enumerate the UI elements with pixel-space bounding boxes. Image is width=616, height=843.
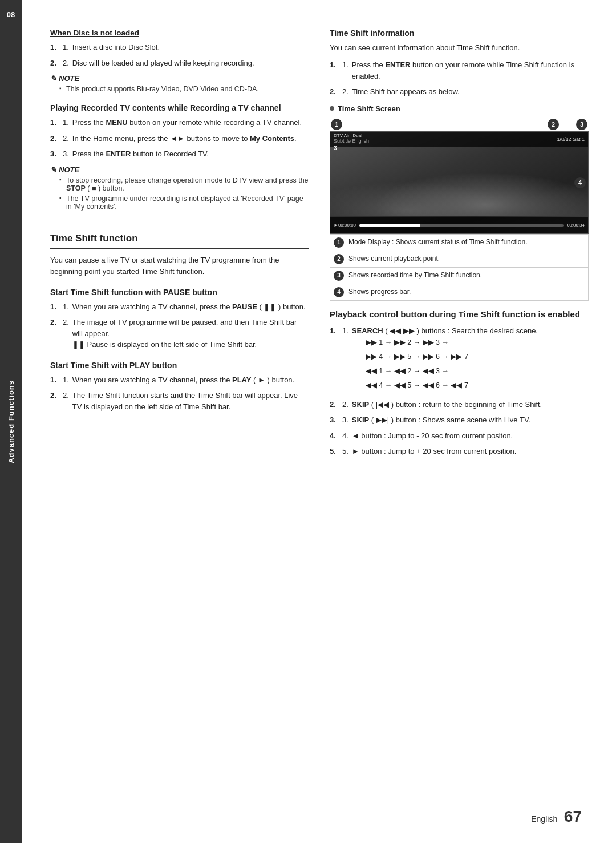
footer-english-label: English (531, 814, 557, 824)
ts-info-row-3: 3 Shows recorded time by Time Shift func… (330, 268, 588, 284)
recorded-steps: 1. Press the MENU button on your remote … (50, 117, 309, 160)
ts-info-step-2: 2. Time Shift bar appears as below. (330, 86, 589, 98)
playback-step-1: 1. SEARCH ( ◀◀ ▶▶ ) buttons : Search the… (330, 325, 589, 394)
disc-note-content: This product supports Blu-ray Video, DVD… (59, 85, 309, 93)
footer-page-number: 67 (564, 808, 582, 825)
playback-step-3: 3. SKIP ( ▶▶| ) button : Shows same scen… (330, 414, 589, 426)
recorded-step-1: 1. Press the MENU button on your remote … (50, 117, 309, 128)
play-step-1: 1. When you are watching a TV channel, p… (50, 374, 309, 386)
note-icon-2: ✎ (50, 166, 56, 174)
timeshift-main-heading: Time Shift function (50, 233, 309, 249)
ts-play-icon: ► (334, 223, 338, 228)
ts-sub-label: Subtitle (334, 138, 351, 144)
ts-info-row-4: 4 Shows progress bar. (330, 284, 588, 300)
ts-screen-container: 1 2 3 NOVA (330, 119, 589, 301)
ts-screen-flowers (330, 159, 588, 216)
ts-progress-fill (359, 224, 420, 227)
ts-badge-1: 1 (334, 237, 344, 248)
playback-steps: 1. SEARCH ( ◀◀ ▶▶ ) buttons : Search the… (330, 325, 589, 457)
ts-bottombar: ► 00:00:00 00:00:34 (330, 217, 588, 233)
search-arrow-3: ◀◀ 1 → ◀◀ 2 → ◀◀ 3 → (366, 365, 589, 377)
ts-info-row-2: 2 Shows current playback point. (330, 251, 588, 268)
recorded-heading: Playing Recorded TV contents while Recor… (50, 103, 309, 112)
ts-playback-time: 00:00:00 (338, 223, 356, 228)
ts-info-text-4: Shows progress bar. (348, 287, 411, 297)
note-icon: ✎ (50, 74, 56, 83)
recorded-step-2: 2. In the Home menu, press the ◄► button… (50, 133, 309, 144)
playback-heading: Playback control button during Time Shif… (330, 309, 589, 320)
bullet-icon (330, 106, 334, 111)
timeshift-intro: You can pause a live TV or start watchin… (50, 255, 309, 277)
playback-section: Playback control button during Time Shif… (330, 309, 589, 457)
playback-step-2: 2. SKIP ( |◀◀ ) button : return to the b… (330, 399, 589, 410)
playback-step-4: 4. ◄ button : Jump to - 20 sec from curr… (330, 430, 589, 442)
recorded-note-1: To stop recording, please change operati… (59, 176, 309, 192)
ts-ch-num: 3 (334, 145, 369, 151)
disc-section: When Disc is not loaded 1. Insert a disc… (50, 29, 309, 93)
page-footer: English 67 (531, 808, 582, 826)
disc-step-2: 2. Disc will be loaded and played while … (50, 58, 309, 69)
timeshift-info-heading: Time Shift information (330, 29, 589, 38)
ts-screen-label: Time Shift Screen (330, 104, 589, 113)
recorded-step-3: 3. Press the ENTER button to Recorded TV… (50, 148, 309, 160)
left-column: When Disc is not loaded 1. Insert a disc… (50, 29, 309, 820)
play-steps: 1. When you are watching a TV channel, p… (50, 374, 309, 413)
side-tab-label: Advanced Functions (7, 380, 15, 463)
play-heading: Start Time Shift with PLAY button (50, 361, 309, 370)
disc-steps: 1. Insert a disc into Disc Slot. 2. Disc… (50, 42, 309, 68)
search-arrow-4: ◀◀ 4 → ◀◀ 5 → ◀◀ 6 → ◀◀ 7 (366, 380, 589, 392)
timeshift-section: Time Shift function You can pause a live… (50, 233, 309, 413)
ts-badge-4: 4 (334, 287, 344, 297)
right-column: Time Shift information You can see curre… (330, 29, 589, 820)
ts-topbar: NOVA DTV Air Dual Subtitle English 3 (330, 132, 588, 147)
disc-note-item-1: This product supports Blu-ray Video, DVD… (59, 85, 309, 93)
ts-info-text-1: Mode Display : Shows current status of T… (348, 237, 527, 247)
ts-sub-lang: English (352, 138, 370, 144)
badge-3: 3 (576, 119, 587, 130)
disc-heading: When Disc is not loaded (50, 29, 309, 37)
timeshift-info-section: Time Shift information You can see curre… (330, 29, 589, 301)
pause-steps: 1. When you are watching a TV channel, p… (50, 301, 309, 350)
ts-datetime: 1/8/12 Sat 1 (557, 136, 585, 142)
ts-info-text-3: Shows recorded time by Time Shift functi… (348, 271, 482, 280)
badge-2: 2 (548, 119, 559, 130)
badge-4: 4 (574, 177, 586, 188)
ts-info-step-1: 1. Press the ENTER button on your remote… (330, 59, 589, 82)
disc-note-label: ✎ NOTE (50, 74, 309, 83)
side-tab: 08 Advanced Functions (0, 0, 22, 843)
timeshift-info-intro: You can see current information about Ti… (330, 42, 589, 54)
ts-badge-3: 3 (334, 271, 344, 281)
recorded-note-label: ✎ NOTE (50, 166, 309, 174)
playback-step-5: 5. ► button : Jump to + 20 sec from curr… (330, 446, 589, 457)
ts-progress-bar (359, 224, 564, 227)
pause-heading: Start Time Shift function with PAUSE but… (50, 288, 309, 297)
ts-info-text-2: Shows current playback point. (348, 254, 440, 264)
play-step-2: 2. The Time Shift function starts and th… (50, 390, 309, 412)
pause-step-2: 2. The image of TV programme will be pau… (50, 317, 309, 350)
disc-step-2-text: Disc will be loaded and played while kee… (72, 58, 309, 69)
recorded-note-content: To stop recording, please change operati… (59, 176, 309, 211)
ts-dtv: DTV Air (334, 133, 350, 138)
ts-info-row-1: 1 Mode Display : Shows current status of… (330, 235, 588, 251)
badge-1: 1 (331, 119, 342, 130)
ts-audio: Dual (353, 133, 362, 138)
timeshift-info-steps: 1. Press the ENTER button on your remote… (330, 59, 589, 98)
recorded-note-2: The TV programme under recording is not … (59, 195, 309, 211)
section-divider (50, 220, 309, 220)
ts-badge-2: 2 (334, 254, 344, 264)
search-arrow-2: ▶▶ 4 → ▶▶ 5 → ▶▶ 6 → ▶▶ 7 (366, 351, 589, 363)
disc-step-1-text: Insert a disc into Disc Slot. (72, 42, 309, 53)
ts-screen: NOVA DTV Air Dual Subtitle English 3 (330, 131, 589, 234)
recorded-section: Playing Recorded TV contents while Recor… (50, 103, 309, 211)
pause-step-1: 1. When you are watching a TV channel, p… (50, 301, 309, 313)
disc-step-1: 1. Insert a disc into Disc Slot. (50, 42, 309, 53)
ts-info-table: 1 Mode Display : Shows current status of… (330, 234, 589, 301)
ts-total-time: 00:00:34 (567, 223, 585, 228)
side-tab-number: 08 (7, 10, 15, 19)
search-arrow-1: ▶▶ 1 → ▶▶ 2 → ▶▶ 3 → (366, 337, 589, 349)
screen-badges-top: 1 2 3 (330, 119, 589, 130)
